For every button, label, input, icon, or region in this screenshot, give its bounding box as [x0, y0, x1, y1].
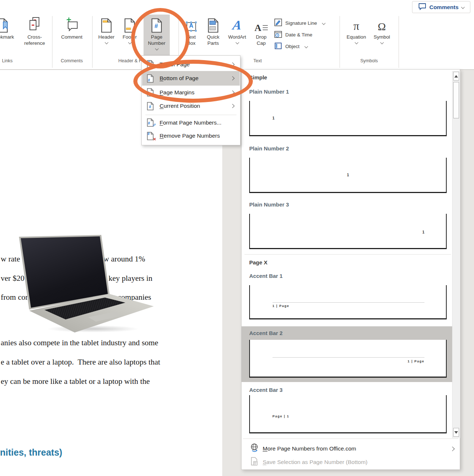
page-number-current-icon: # [147, 102, 154, 110]
menu-separator [145, 115, 236, 115]
submenu-arrow-icon [230, 104, 234, 108]
document-text-line: anies also compete in the tablet industr… [1, 338, 158, 347]
gallery-item-plain-number-3[interactable]: Plain Number 3 1 [249, 201, 447, 249]
date-time-button[interactable]: Date & Time [274, 30, 312, 40]
drop-cap-label: Drop Cap [253, 34, 269, 46]
group-label-comments: Comments [57, 58, 86, 63]
chevron-down-icon [155, 47, 158, 51]
menu-item-remove-page-numbers[interactable]: # Remove Page Numbers [142, 129, 240, 143]
scroll-up-button[interactable] [453, 72, 459, 80]
menu-item-current-position[interactable]: # Current Position [142, 99, 240, 113]
format-page-numbers-icon: # [147, 118, 154, 127]
header-button[interactable]: Header [95, 15, 118, 55]
header-label: Header [98, 34, 114, 40]
bookmark-button[interactable]: Bookmark [0, 15, 21, 55]
submenu-arrow-icon [450, 447, 455, 451]
document-text-line: ey can be more like a tablet or a laptop… [1, 377, 150, 386]
bookmark-ribbon-icon [3, 21, 8, 29]
gallery-item-plain-number-1[interactable]: Plain Number 1 1 [249, 88, 447, 137]
page-number-label: Page Number [146, 34, 168, 46]
save-selection-button[interactable]: Save Selection as Page Number (Bottom) [242, 456, 460, 469]
quick-parts-button[interactable]: Quick Parts [202, 15, 224, 55]
gallery-item-accent-bar-2[interactable]: Accent Bar 2 1 | Page [242, 326, 453, 382]
signature-line-button[interactable]: Signature Line [274, 18, 325, 28]
object-icon [274, 42, 283, 51]
chevron-down-icon [461, 5, 465, 9]
footer-button[interactable]: Footer [118, 15, 141, 55]
gallery-footer-separator [243, 438, 458, 439]
chevron-down-icon [128, 41, 132, 44]
text-box-button[interactable]: Text Box [180, 15, 202, 55]
gallery-section-simple: Simple [249, 74, 267, 80]
scroll-down-icon [454, 431, 458, 434]
date-time-label: Date & Time [285, 32, 312, 38]
preview-accent-bar-3: Page | 1 [249, 395, 447, 433]
gallery-item-plain-number-2[interactable]: Plain Number 2 1 [249, 145, 447, 193]
chevron-down-icon [305, 45, 308, 48]
object-button[interactable]: Object [274, 42, 307, 51]
comment-button[interactable]: Comment [57, 15, 86, 55]
globe-icon [250, 443, 259, 454]
wordart-label: WordArt [228, 34, 246, 40]
save-selection-icon [250, 457, 259, 468]
page-number-button[interactable]: Page Number [144, 15, 170, 55]
scroll-up-icon [454, 75, 458, 78]
page-number-icon [151, 18, 162, 33]
comment-bubble-icon [418, 3, 426, 12]
menu-item-page-margins[interactable]: # Page Margins [142, 86, 240, 99]
gallery-scrollbar[interactable] [452, 71, 460, 438]
preview-plain-number-2: 1 [249, 158, 447, 193]
gallery-separator [244, 254, 451, 255]
more-page-numbers-button[interactable]: More Page Numbers from Office.com [242, 442, 460, 456]
gallery-item-accent-bar-3[interactable]: Accent Bar 3 Page | 1 [249, 387, 447, 434]
comment-icon [65, 17, 78, 33]
group-separator [52, 16, 52, 68]
scroll-down-button[interactable] [453, 428, 459, 437]
chevron-down-icon [322, 21, 326, 25]
symbol-omega-icon [378, 20, 386, 33]
gallery-item-accent-bar-1[interactable]: Accent Bar 1 1 | Page [249, 273, 447, 320]
comments-pane-button[interactable]: Comments [412, 1, 470, 13]
bookmark-icon [0, 18, 9, 33]
scrollbar-thumb[interactable] [453, 82, 459, 118]
group-label-links: Links [0, 58, 22, 63]
page-number-top-icon: # [147, 60, 154, 68]
menu-item-bottom-of-page[interactable]: # Bottom of Page [142, 71, 240, 86]
menu-item-format-page-numbers[interactable]: # Format Page Numbers... [142, 116, 240, 129]
drop-cap-button[interactable]: Drop Cap [250, 15, 272, 55]
comment-label: Comment [61, 34, 83, 40]
comments-pane-label: Comments [429, 4, 458, 11]
equation-label: Equation [346, 34, 366, 40]
quick-parts-icon [207, 18, 219, 33]
wordart-button[interactable]: WordArt [226, 15, 248, 55]
menu-item-top-of-page[interactable]: # Top of Page [142, 58, 240, 71]
equation-pi-icon [353, 19, 359, 33]
equation-button[interactable]: Equation [345, 15, 368, 55]
text-box-label: Text Box [183, 34, 199, 46]
group-label-text: Text [239, 58, 276, 63]
group-separator [399, 16, 399, 68]
chevron-down-icon [354, 41, 358, 44]
cross-reference-button[interactable]: Cross-reference [19, 15, 50, 55]
document-heading-fragment: nities, threats) [0, 447, 62, 458]
page-number-bottom-icon: # [147, 74, 154, 83]
chevron-down-icon [380, 41, 384, 44]
chevron-down-icon [235, 41, 239, 44]
symbol-button[interactable]: Symbol [370, 15, 393, 55]
submenu-arrow-icon [230, 76, 234, 80]
remove-page-numbers-icon: # [147, 132, 154, 140]
footer-label: Footer [122, 34, 137, 40]
page-number-gallery: Simple Plain Number 1 1 Plain Number 2 1… [241, 69, 460, 470]
drop-cap-icon [255, 23, 268, 33]
group-label-symbols: Symbols [351, 58, 387, 63]
laptop-image[interactable] [11, 235, 169, 335]
quick-parts-label: Quick Parts [204, 34, 222, 46]
preview-plain-number-1: 1 [249, 101, 447, 136]
preview-accent-bar-2: 1 | Page [249, 340, 447, 378]
cross-reference-icon [29, 17, 40, 33]
cross-reference-label: Cross-reference [21, 34, 48, 46]
header-bar-glyph [103, 20, 107, 23]
header-icon [101, 18, 112, 33]
preview-plain-number-3: 1 [249, 214, 447, 249]
group-separator [340, 16, 340, 68]
